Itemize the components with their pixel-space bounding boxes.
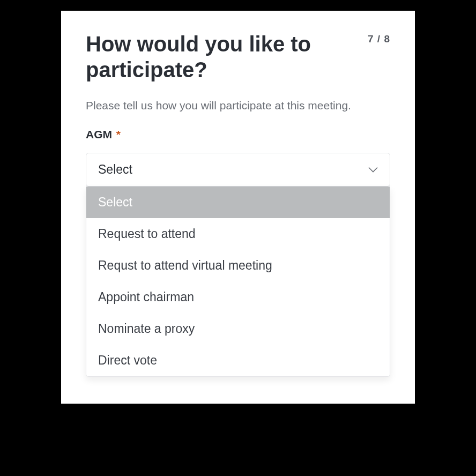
select-option[interactable]: Direct vote	[86, 345, 390, 376]
form-card: How would you like to participate? 7 / 8…	[61, 11, 415, 404]
select-wrapper: Select Select Request to attend Requst t…	[86, 153, 390, 377]
select-option[interactable]: Select	[86, 187, 390, 218]
select-value: Select	[98, 162, 132, 177]
select-option[interactable]: Request to attend	[86, 218, 390, 250]
required-indicator: *	[116, 128, 121, 140]
select-trigger[interactable]: Select	[86, 153, 390, 187]
field-label: AGM	[86, 128, 112, 140]
chevron-down-icon	[368, 165, 378, 175]
field-label-row: AGM *	[86, 128, 390, 141]
select-option[interactable]: Requst to attend virtual meeting	[86, 250, 390, 281]
select-option[interactable]: Nominate a proxy	[86, 313, 390, 345]
step-counter: 7 / 8	[368, 31, 390, 45]
select-option[interactable]: Appoint chairman	[86, 281, 390, 313]
select-dropdown: Select Request to attend Requst to atten…	[86, 187, 390, 377]
page-title: How would you like to participate?	[86, 31, 311, 83]
page-subtitle: Please tell us how you will participate …	[86, 98, 390, 113]
header-row: How would you like to participate? 7 / 8	[86, 31, 390, 83]
